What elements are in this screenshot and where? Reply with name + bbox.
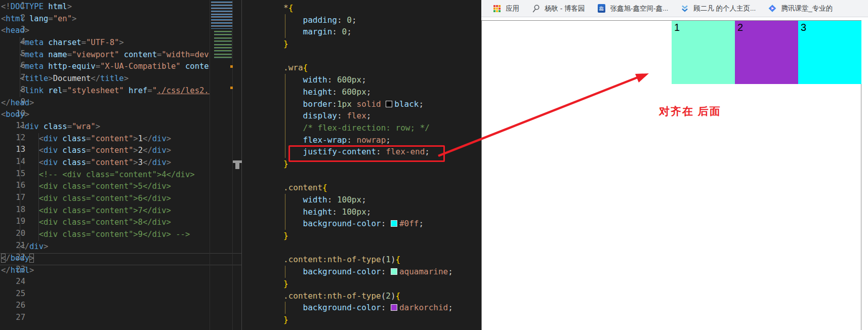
code-line[interactable] <box>283 170 481 182</box>
code-line[interactable]: <div class="content">8</div> <box>1 217 210 229</box>
code-line[interactable]: background-color: #0ff; <box>283 218 481 230</box>
minimap-code-block <box>214 31 232 60</box>
code-line[interactable]: <body> <box>1 109 210 121</box>
line-number: 26 <box>0 300 25 312</box>
bookmark-label: 杨耿 - 博客园 <box>545 4 585 13</box>
bookmark-item-4[interactable]: 顾二凡 的个人主页... <box>680 4 756 13</box>
code-line[interactable]: </body> <box>1 253 210 265</box>
code-line[interactable]: <meta http-equiv="X-UA-Compatible" conte… <box>1 61 210 73</box>
color-swatch[interactable] <box>391 304 397 311</box>
code-line[interactable]: <!DOCTYPE html> <box>1 1 210 13</box>
code-line[interactable]: height: 100px; <box>283 206 481 218</box>
line-number: 27 <box>0 312 25 324</box>
bookmark-label: 张鑫旭-鑫空间-鑫... <box>610 4 669 13</box>
bookmark-label: 应用 <box>506 4 519 13</box>
content-box-2: 2 <box>735 21 798 84</box>
flex-container-left-border <box>481 20 482 330</box>
code-line[interactable]: padding: 0; <box>283 14 481 26</box>
annotation-text: 对齐在 后面 <box>659 104 721 118</box>
code-line[interactable] <box>283 50 481 62</box>
code-line[interactable]: <head> <box>1 25 210 37</box>
code-line[interactable]: .content:nth-of-type(1){ <box>283 254 481 266</box>
code-line[interactable]: <div class="content">6</div> <box>1 193 210 205</box>
code-line[interactable]: width: 600px; <box>283 74 481 86</box>
code-line[interactable]: .content:nth-of-type(2){ <box>283 290 481 302</box>
code-line[interactable]: <div class="content">5</div> <box>1 181 210 193</box>
apps-grid-icon <box>492 4 502 13</box>
scrollbar-thumb-stem <box>235 163 239 169</box>
diamond-play-icon <box>768 4 777 13</box>
code-line[interactable]: flex-wrap: nowrap; <box>283 134 481 146</box>
code-line[interactable]: } <box>283 278 481 290</box>
bookmark-item-2[interactable]: 杨耿 - 博客园 <box>531 4 585 13</box>
minimap[interactable] <box>211 2 233 68</box>
code-line[interactable]: .content{ <box>283 182 481 194</box>
double-chevron-down-icon <box>680 4 689 13</box>
code-line[interactable]: <div class="content">3</div> <box>1 157 210 169</box>
code-line[interactable]: <div class="content">2</div> <box>1 145 210 157</box>
bookmark-label: 腾讯课堂_专业的 <box>781 4 833 13</box>
code-line[interactable]: <div class="content">9</div> --> <box>1 229 210 241</box>
content-box-3: 3 <box>798 21 861 84</box>
minimap-divider <box>210 0 210 330</box>
css-editor[interactable]: *{ padding: 0; margin: 0;}.wra{ width: 6… <box>283 2 481 326</box>
screenshot-stage: <!DOCTYPE html><html lang="en"><head> <m… <box>0 0 868 330</box>
bookmarks-bar: 应用杨耿 - 博客园鑫张鑫旭-鑫空间-鑫...顾二凡 的个人主页...腾讯课堂_… <box>481 0 868 17</box>
code-line[interactable]: <link rel="stylesheet" href="./css/les2.… <box>1 85 210 97</box>
code-line[interactable]: } <box>283 230 481 242</box>
code-line[interactable]: margin: 0; <box>283 26 481 38</box>
scrollbar-thumb[interactable] <box>233 160 242 170</box>
vscode-window: <!DOCTYPE html><html lang="en"><head> <m… <box>0 0 481 330</box>
bookmark-item-5[interactable]: 腾讯课堂_专业的 <box>768 4 833 13</box>
code-line[interactable]: </div> <box>1 241 210 253</box>
code-line[interactable]: width: 100px; <box>283 194 481 206</box>
code-line[interactable]: <meta name="viewport" content="width=dev… <box>1 49 210 61</box>
color-swatch[interactable] <box>391 268 397 275</box>
color-swatch[interactable] <box>391 220 397 227</box>
minimap-marker <box>230 87 233 89</box>
code-line[interactable]: .wra{ <box>283 62 481 74</box>
color-swatch[interactable] <box>386 101 392 107</box>
code-line[interactable]: <html lang="en"> <box>1 13 210 25</box>
code-line[interactable]: background-color: aquamarine; <box>283 266 481 278</box>
code-line[interactable]: background-color: darkorchid; <box>283 302 481 314</box>
code-line[interactable]: <div class="content">7</div> <box>1 205 210 217</box>
line-number: 24 <box>0 276 25 288</box>
bookmark-item-3[interactable]: 鑫张鑫旭-鑫空间-鑫... <box>597 4 669 13</box>
code-line[interactable]: <div class="wra"> <box>1 121 210 133</box>
browser-window: 应用杨耿 - 博客园鑫张鑫旭-鑫空间-鑫...顾二凡 的个人主页...腾讯课堂_… <box>481 0 868 330</box>
code-line[interactable]: <title>Document</title> <box>1 73 210 85</box>
line-number: 25 <box>0 288 25 300</box>
code-line[interactable]: <div class="content">1</div> <box>1 133 210 145</box>
minimap-code-block <box>211 2 232 29</box>
minimap-marker <box>230 65 233 68</box>
code-line[interactable] <box>283 242 481 254</box>
code-line[interactable]: height: 600px; <box>283 86 481 98</box>
content-box-1: 1 <box>672 21 735 84</box>
code-line[interactable]: </head> <box>1 97 210 109</box>
code-line[interactable]: display: flex; <box>283 110 481 122</box>
code-line[interactable]: *{ <box>283 2 481 14</box>
xin-square-icon: 鑫 <box>597 4 606 13</box>
html-editor[interactable]: <!DOCTYPE html><html lang="en"><head> <m… <box>1 1 210 277</box>
bookmark-item-1[interactable]: 应用 <box>492 4 519 13</box>
code-line[interactable]: } <box>283 314 481 326</box>
bookmark-label: 顾二凡 的个人主页... <box>693 4 756 13</box>
code-line[interactable]: <!-- <div class="content">4</div> <box>1 169 210 181</box>
code-line[interactable]: /* flex-direction: row; */ <box>283 122 481 134</box>
annotation-highlight-box <box>288 145 445 162</box>
code-line[interactable]: border:1px solid black; <box>283 98 481 110</box>
code-line[interactable]: </html> <box>1 265 210 277</box>
code-line[interactable]: } <box>283 38 481 50</box>
blog-sketch-icon <box>531 4 541 13</box>
code-line[interactable]: <meta charset="UTF-8"> <box>1 37 210 49</box>
